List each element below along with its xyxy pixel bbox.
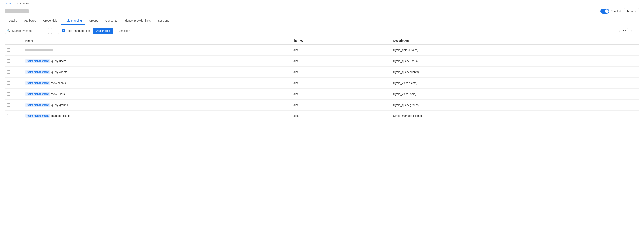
tab-role-mapping[interactable]: Role mapping bbox=[61, 17, 85, 25]
hide-inherited-label[interactable]: Hide inherited roles bbox=[62, 29, 90, 32]
breadcrumb: Users > User details bbox=[0, 0, 644, 7]
assign-role-button[interactable]: Assign role bbox=[93, 28, 113, 34]
breadcrumb-current: User details bbox=[16, 2, 30, 5]
row-0-checkbox[interactable] bbox=[7, 48, 10, 52]
col-header-actions bbox=[613, 37, 639, 44]
search-icon: 🔍 bbox=[7, 29, 10, 32]
tab-details[interactable]: Details bbox=[5, 17, 20, 25]
row-0-name-cell bbox=[26, 48, 287, 51]
tab-groups[interactable]: Groups bbox=[85, 17, 102, 25]
row-3-inherited: False bbox=[290, 78, 391, 88]
action-button-label: Action bbox=[626, 10, 634, 13]
hide-inherited-checkbox[interactable] bbox=[62, 29, 65, 32]
row-2-role-name: query-clients bbox=[51, 70, 67, 74]
row-6-name-cell: realm-managementmanage-clients bbox=[26, 114, 287, 118]
table-row: realm-managementquery-clientsFalse${role… bbox=[5, 66, 639, 78]
row-1-role-name: query-users bbox=[51, 59, 66, 62]
search-wrapper: 🔍 bbox=[5, 28, 49, 34]
breadcrumb-separator: > bbox=[13, 2, 14, 5]
row-3-name-cell: realm-managementview-clients bbox=[26, 81, 287, 85]
enabled-toggle-wrapper: Enabled bbox=[600, 9, 621, 14]
row-2-name-cell: realm-managementquery-clients bbox=[26, 70, 287, 74]
select-all-checkbox[interactable] bbox=[7, 39, 10, 42]
row-1-inherited: False bbox=[290, 56, 391, 66]
row-4-description: ${role_view-users} bbox=[391, 88, 613, 100]
row-6-role-name: manage-clients bbox=[51, 114, 70, 118]
row-5-inherited: False bbox=[290, 100, 391, 110]
row-3-description: ${role_view-clients} bbox=[391, 78, 613, 88]
row-1-checkbox[interactable] bbox=[7, 59, 10, 62]
header-right: Enabled Action bbox=[600, 8, 639, 14]
pagination-info[interactable]: 1 - 7 bbox=[616, 28, 628, 33]
table-row: realm-managementview-clientsFalse${role_… bbox=[5, 78, 639, 88]
row-3-checkbox[interactable] bbox=[7, 81, 10, 84]
row-4-checkbox[interactable] bbox=[7, 92, 10, 96]
row-1-tag: realm-management bbox=[26, 59, 50, 63]
row-4-name-cell: realm-managementview-users bbox=[26, 92, 287, 96]
table-row: realm-managementview-usersFalse${role_vi… bbox=[5, 88, 639, 100]
row-2-checkbox[interactable] bbox=[7, 70, 10, 74]
row-5-tag: realm-management bbox=[26, 103, 50, 107]
row-0-description: ${role_default-roles} bbox=[391, 44, 613, 56]
role-mapping-table-container: Name Inherited Description False${role_d… bbox=[0, 37, 644, 122]
action-chevron-down-icon bbox=[635, 11, 636, 12]
user-header: Enabled Action bbox=[0, 7, 644, 17]
row-6-description: ${role_manage-clients} bbox=[391, 110, 613, 122]
row-4-inherited: False bbox=[290, 88, 391, 100]
row-6-tag: realm-management bbox=[26, 114, 50, 118]
col-header-description: Description bbox=[391, 37, 613, 44]
row-2-description: ${role_query-clients} bbox=[391, 66, 613, 78]
tabs: Details Attributes Credentials Role mapp… bbox=[0, 17, 644, 25]
tab-credentials[interactable]: Credentials bbox=[40, 17, 61, 25]
row-2-tag: realm-management bbox=[26, 70, 50, 74]
row-1-kebab-menu[interactable]: ⋮ bbox=[622, 58, 630, 64]
col-header-inherited: Inherited bbox=[290, 37, 391, 44]
row-0-name-placeholder bbox=[26, 48, 53, 51]
unassign-button[interactable]: Unassign bbox=[116, 28, 133, 34]
row-4-tag: realm-management bbox=[26, 92, 50, 96]
pagination-range: 1 - 7 bbox=[618, 29, 624, 32]
row-5-kebab-menu[interactable]: ⋮ bbox=[622, 102, 630, 108]
row-6-inherited: False bbox=[290, 110, 391, 122]
row-3-kebab-menu[interactable]: ⋮ bbox=[622, 80, 630, 86]
role-mapping-table: Name Inherited Description False${role_d… bbox=[5, 37, 639, 122]
row-4-kebab-menu[interactable]: ⋮ bbox=[622, 91, 630, 97]
tab-identity-provider-links[interactable]: Identity provider links bbox=[121, 17, 154, 25]
pagination: 1 - 7 ‹ › bbox=[616, 28, 639, 33]
enabled-toggle[interactable] bbox=[600, 9, 609, 14]
row-6-checkbox[interactable] bbox=[7, 114, 10, 118]
row-1-name-cell: realm-managementquery-users bbox=[26, 59, 287, 63]
col-header-name: Name bbox=[23, 37, 290, 44]
action-button[interactable]: Action bbox=[624, 8, 639, 14]
row-5-role-name: query-groups bbox=[51, 103, 68, 106]
enabled-label: Enabled bbox=[611, 10, 621, 13]
row-6-kebab-menu[interactable]: ⋮ bbox=[622, 113, 630, 119]
row-2-kebab-menu[interactable]: ⋮ bbox=[622, 69, 630, 75]
row-5-checkbox[interactable] bbox=[7, 103, 10, 106]
user-name-placeholder bbox=[5, 10, 29, 13]
row-0-kebab-menu[interactable]: ⋮ bbox=[622, 47, 630, 53]
row-5-name-cell: realm-managementquery-groups bbox=[26, 103, 287, 107]
row-2-inherited: False bbox=[290, 66, 391, 78]
row-4-role-name: view-users bbox=[51, 92, 65, 96]
table-row: realm-managementquery-usersFalse${role_q… bbox=[5, 56, 639, 66]
search-arrow-button[interactable]: → bbox=[51, 28, 59, 34]
row-3-tag: realm-management bbox=[26, 81, 50, 85]
toolbar: 🔍 → Hide inherited roles Assign role Una… bbox=[0, 25, 644, 37]
row-0-inherited: False bbox=[290, 44, 391, 56]
search-input[interactable] bbox=[12, 29, 46, 32]
tab-sessions[interactable]: Sessions bbox=[154, 17, 173, 25]
row-1-description: ${role_query-users} bbox=[391, 56, 613, 66]
breadcrumb-parent-link[interactable]: Users bbox=[5, 2, 12, 5]
row-3-role-name: view-clients bbox=[51, 81, 66, 84]
hide-inherited-text: Hide inherited roles bbox=[66, 29, 90, 32]
table-row: realm-managementquery-groupsFalse${role_… bbox=[5, 100, 639, 110]
tab-attributes[interactable]: Attributes bbox=[20, 17, 40, 25]
pagination-prev[interactable]: ‹ bbox=[630, 28, 634, 33]
table-row: realm-managementmanage-clientsFalse${rol… bbox=[5, 110, 639, 122]
pagination-next[interactable]: › bbox=[635, 28, 639, 33]
tab-consents[interactable]: Consents bbox=[102, 17, 121, 25]
table-row: False${role_default-roles}⋮ bbox=[5, 44, 639, 56]
pagination-chevron-icon bbox=[625, 30, 626, 31]
row-5-description: ${role_query-groups} bbox=[391, 100, 613, 110]
